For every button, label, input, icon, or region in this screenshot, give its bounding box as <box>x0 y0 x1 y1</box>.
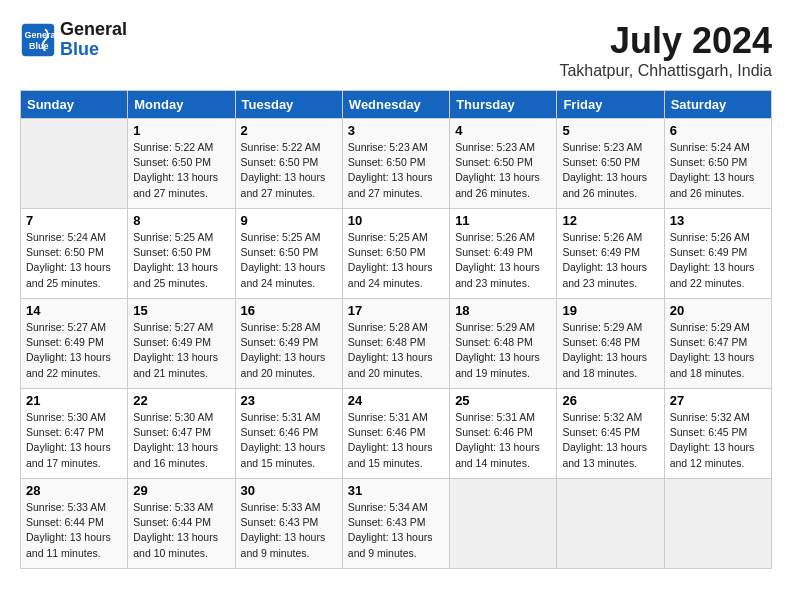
cell-info-text: Daylight: 13 hours <box>562 260 658 275</box>
title-block: July 2024 Takhatpur, Chhattisgarh, India <box>559 20 772 80</box>
cell-info-text: and 19 minutes. <box>455 366 551 381</box>
day-number: 29 <box>133 483 229 498</box>
calendar-week-1: 1Sunrise: 5:22 AMSunset: 6:50 PMDaylight… <box>21 119 772 209</box>
cell-info-text: Daylight: 13 hours <box>348 350 444 365</box>
cell-info-text: Sunset: 6:44 PM <box>133 515 229 530</box>
cell-info-text: and 18 minutes. <box>562 366 658 381</box>
day-number: 13 <box>670 213 766 228</box>
cell-info-text: Sunset: 6:50 PM <box>133 245 229 260</box>
day-number: 12 <box>562 213 658 228</box>
cell-info-text: Sunrise: 5:27 AM <box>133 320 229 335</box>
weekday-wednesday: Wednesday <box>342 91 449 119</box>
cell-info-text: Sunrise: 5:25 AM <box>241 230 337 245</box>
day-number: 8 <box>133 213 229 228</box>
cell-info-text: Daylight: 13 hours <box>670 170 766 185</box>
cell-info-text: Sunset: 6:50 PM <box>133 155 229 170</box>
cell-info-text: Sunset: 6:46 PM <box>241 425 337 440</box>
day-number: 2 <box>241 123 337 138</box>
cell-info-text: Sunrise: 5:23 AM <box>348 140 444 155</box>
cell-info-text: Sunrise: 5:28 AM <box>348 320 444 335</box>
calendar-cell: 15Sunrise: 5:27 AMSunset: 6:49 PMDayligh… <box>128 299 235 389</box>
cell-info-text: Daylight: 13 hours <box>455 260 551 275</box>
day-number: 30 <box>241 483 337 498</box>
cell-info-text: Daylight: 13 hours <box>562 350 658 365</box>
cell-info-text: and 22 minutes. <box>670 276 766 291</box>
calendar-cell <box>664 479 771 569</box>
cell-info-text: Daylight: 13 hours <box>26 350 122 365</box>
cell-info-text: Sunrise: 5:31 AM <box>241 410 337 425</box>
cell-info-text: and 27 minutes. <box>241 186 337 201</box>
cell-info-text: Sunrise: 5:30 AM <box>133 410 229 425</box>
calendar-cell: 31Sunrise: 5:34 AMSunset: 6:43 PMDayligh… <box>342 479 449 569</box>
day-number: 10 <box>348 213 444 228</box>
cell-info-text: and 26 minutes. <box>562 186 658 201</box>
cell-info-text: Sunrise: 5:29 AM <box>562 320 658 335</box>
cell-info-text: Daylight: 13 hours <box>26 440 122 455</box>
cell-info-text: Sunrise: 5:32 AM <box>562 410 658 425</box>
cell-info-text: Sunrise: 5:27 AM <box>26 320 122 335</box>
cell-info-text: Sunrise: 5:22 AM <box>241 140 337 155</box>
cell-info-text: Sunrise: 5:23 AM <box>455 140 551 155</box>
cell-info-text: and 23 minutes. <box>562 276 658 291</box>
logo-icon: General Blue <box>20 22 56 58</box>
logo-text: General Blue <box>60 20 127 60</box>
day-number: 26 <box>562 393 658 408</box>
logo-line1: General <box>60 19 127 39</box>
cell-info-text: Daylight: 13 hours <box>455 170 551 185</box>
cell-info-text: Sunrise: 5:23 AM <box>562 140 658 155</box>
cell-info-text: Sunset: 6:50 PM <box>348 245 444 260</box>
cell-info-text: Sunset: 6:50 PM <box>26 245 122 260</box>
day-number: 17 <box>348 303 444 318</box>
cell-info-text: and 25 minutes. <box>133 276 229 291</box>
cell-info-text: Daylight: 13 hours <box>670 260 766 275</box>
calendar-cell: 9Sunrise: 5:25 AMSunset: 6:50 PMDaylight… <box>235 209 342 299</box>
day-number: 9 <box>241 213 337 228</box>
cell-info-text: Sunrise: 5:33 AM <box>241 500 337 515</box>
cell-info-text: Sunset: 6:48 PM <box>455 335 551 350</box>
calendar-cell: 25Sunrise: 5:31 AMSunset: 6:46 PMDayligh… <box>450 389 557 479</box>
cell-info-text: Sunset: 6:45 PM <box>670 425 766 440</box>
calendar-cell: 29Sunrise: 5:33 AMSunset: 6:44 PMDayligh… <box>128 479 235 569</box>
calendar-cell: 19Sunrise: 5:29 AMSunset: 6:48 PMDayligh… <box>557 299 664 389</box>
day-number: 20 <box>670 303 766 318</box>
cell-info-text: and 14 minutes. <box>455 456 551 471</box>
cell-info-text: Sunset: 6:49 PM <box>455 245 551 260</box>
cell-info-text: and 22 minutes. <box>26 366 122 381</box>
cell-info-text: Sunrise: 5:22 AM <box>133 140 229 155</box>
cell-info-text: Sunset: 6:47 PM <box>133 425 229 440</box>
cell-info-text: and 9 minutes. <box>241 546 337 561</box>
cell-info-text: and 24 minutes. <box>241 276 337 291</box>
cell-info-text: and 16 minutes. <box>133 456 229 471</box>
cell-info-text: Daylight: 13 hours <box>670 350 766 365</box>
cell-info-text: and 15 minutes. <box>241 456 337 471</box>
cell-info-text: Sunset: 6:48 PM <box>562 335 658 350</box>
cell-info-text: Daylight: 13 hours <box>348 170 444 185</box>
cell-info-text: and 23 minutes. <box>455 276 551 291</box>
calendar-cell: 28Sunrise: 5:33 AMSunset: 6:44 PMDayligh… <box>21 479 128 569</box>
cell-info-text: Sunrise: 5:31 AM <box>455 410 551 425</box>
weekday-thursday: Thursday <box>450 91 557 119</box>
calendar-cell: 2Sunrise: 5:22 AMSunset: 6:50 PMDaylight… <box>235 119 342 209</box>
calendar-cell: 22Sunrise: 5:30 AMSunset: 6:47 PMDayligh… <box>128 389 235 479</box>
cell-info-text: Daylight: 13 hours <box>133 170 229 185</box>
cell-info-text: Daylight: 13 hours <box>241 530 337 545</box>
day-number: 24 <box>348 393 444 408</box>
day-number: 1 <box>133 123 229 138</box>
cell-info-text: and 15 minutes. <box>348 456 444 471</box>
cell-info-text: Sunrise: 5:34 AM <box>348 500 444 515</box>
cell-info-text: Daylight: 13 hours <box>26 260 122 275</box>
calendar-cell: 21Sunrise: 5:30 AMSunset: 6:47 PMDayligh… <box>21 389 128 479</box>
cell-info-text: Sunset: 6:50 PM <box>562 155 658 170</box>
cell-info-text: and 21 minutes. <box>133 366 229 381</box>
cell-info-text: Daylight: 13 hours <box>26 530 122 545</box>
cell-info-text: and 9 minutes. <box>348 546 444 561</box>
calendar-week-2: 7Sunrise: 5:24 AMSunset: 6:50 PMDaylight… <box>21 209 772 299</box>
day-number: 4 <box>455 123 551 138</box>
location-title: Takhatpur, Chhattisgarh, India <box>559 62 772 80</box>
day-number: 14 <box>26 303 122 318</box>
cell-info-text: Sunrise: 5:26 AM <box>562 230 658 245</box>
cell-info-text: Sunset: 6:43 PM <box>348 515 444 530</box>
cell-info-text: Sunrise: 5:32 AM <box>670 410 766 425</box>
day-number: 7 <box>26 213 122 228</box>
day-number: 15 <box>133 303 229 318</box>
